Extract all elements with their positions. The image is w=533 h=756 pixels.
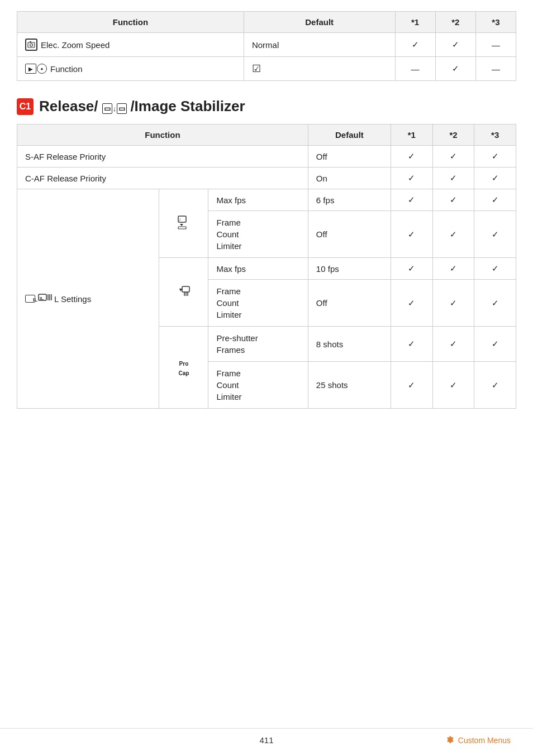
top-header-default: Default [244, 12, 395, 33]
svg-text:/: / [179, 217, 181, 222]
pro-cap-icon: ProCap [178, 361, 189, 376]
s3-fcl2: ✓ [474, 280, 516, 327]
check-s2-row1: ✓ [435, 57, 475, 81]
saf-s1: ✓ [391, 146, 433, 168]
main-header-function: Function [17, 125, 308, 146]
max-fps-6fps: 6 fps [308, 189, 391, 211]
main-header-s2: *2 [432, 125, 474, 146]
check-s3-row1: — [475, 57, 516, 81]
s2-fcl1: ✓ [432, 211, 474, 258]
caf-default: On [308, 168, 391, 189]
default-cell-normal: Normal [244, 33, 395, 57]
svg-rect-2 [30, 41, 31, 42]
s1-fcl2: ✓ [391, 280, 433, 327]
check-s3-row0: — [475, 33, 516, 57]
func-label-function: Function [50, 64, 83, 74]
s2-10fps: ✓ [432, 258, 474, 280]
burst-v-icon-cell: ▼ [159, 258, 208, 327]
check-s2-row0: ✓ [435, 33, 475, 57]
s2-6fps: ✓ [432, 189, 474, 211]
check-s1-row0: ✓ [395, 33, 435, 57]
s3-fcl1: ✓ [474, 211, 516, 258]
top-header-s1: *1 [395, 12, 435, 33]
camera-icon [25, 39, 37, 51]
pro-cap-icon-cell: ProCap [159, 327, 208, 409]
svg-text:IL: IL [40, 296, 44, 301]
burst-continuous-icon: / [178, 216, 190, 230]
frame-count-limiter-label-3: FrameCountLimiter [208, 362, 308, 409]
caf-s1: ✓ [391, 168, 433, 189]
pre-shutter-8shots: 8 shots [308, 327, 391, 362]
s3-10fps: ✓ [474, 258, 516, 280]
max-fps-label-1: Max fps [208, 189, 308, 211]
saf-release-priority: S-AF Release Priority [17, 146, 308, 168]
section-heading: C1 Release/ ▭ ↓ ▭ /Image Stabilizer [17, 98, 516, 115]
max-fps-10fps: 10 fps [308, 258, 391, 280]
heading-text: Release/ ▭ ↓ ▭ /Image Stabilizer [39, 98, 245, 115]
table-row: Elec. Zoom Speed Normal ✓ ✓ — [17, 33, 516, 57]
frame-count-limiter-label-2: FrameCountLimiter [208, 280, 308, 327]
saf-s3: ✓ [474, 146, 516, 168]
top-table: Function Default *1 *2 *3 Elec [17, 11, 516, 81]
table-row: C-AF Release Priority On ✓ ✓ ✓ [17, 168, 516, 189]
custom-menus-link[interactable]: Custom Menus [446, 736, 511, 745]
main-header-s3: *3 [474, 125, 516, 146]
func-cell-function: ▶ ● Function [17, 57, 244, 81]
s3-25shots: ✓ [474, 362, 516, 409]
caf-s3: ✓ [474, 168, 516, 189]
gear-icon [446, 736, 455, 745]
top-header-s2: *2 [435, 12, 475, 33]
s1-25shots: ✓ [391, 362, 433, 409]
s1-6fps: ✓ [391, 189, 433, 211]
main-table: Function Default *1 *2 *3 S-AF Release P… [17, 124, 516, 409]
s2-fcl2: ✓ [432, 280, 474, 327]
func-cell: Elec. Zoom Speed [17, 33, 244, 57]
il-settings-icon: IL IL L Settings [25, 293, 91, 305]
check-s1-row1: — [395, 57, 435, 81]
table-row: ▶ ● Function ☑ — ✓ — [17, 57, 516, 81]
default-cell-checkbox: ☑ [244, 57, 395, 81]
max-fps-label-2: Max fps [208, 258, 308, 280]
frame-count-off-2: Off [308, 280, 391, 327]
s3-6fps: ✓ [474, 189, 516, 211]
table-row: S-AF Release Priority Off ✓ ✓ ✓ [17, 146, 516, 168]
svg-rect-11 [178, 227, 186, 229]
top-header-function: Function [17, 12, 244, 33]
burst-v-icon: ▼ [178, 289, 190, 299]
page-footer: 411 Custom Menus [0, 728, 533, 745]
s1-10fps: ✓ [391, 258, 433, 280]
main-header-default: Default [308, 125, 391, 146]
func-label-elec-zoom: Elec. Zoom Speed [41, 40, 110, 50]
page-number: 411 [185, 735, 348, 745]
table-row: IL IL L Settings [17, 189, 516, 211]
frame-count-off-1: Off [308, 211, 391, 258]
pre-shutter-frames-label: Pre-shutterFrames [208, 327, 308, 362]
il-settings-label: IL IL L Settings [17, 189, 159, 409]
caf-release-priority: C-AF Release Priority [17, 168, 308, 189]
custom-menus-label: Custom Menus [458, 736, 511, 745]
burst-continuous-icon-cell: / [159, 189, 208, 258]
caf-s2: ✓ [432, 168, 474, 189]
s2-25shots: ✓ [432, 362, 474, 409]
frame-count-25shots: 25 shots [308, 362, 391, 409]
burst-icon-heading: ▭ ↓ ▭ [102, 100, 131, 114]
saf-s2: ✓ [432, 146, 474, 168]
s1-fcl1: ✓ [391, 211, 433, 258]
play-dot-icon: ▶ ● [25, 64, 47, 74]
main-header-s1: *1 [391, 125, 433, 146]
c1-icon: C1 [17, 98, 34, 115]
frame-count-limiter-label-1: FrameCountLimiter [208, 211, 308, 258]
s1-8shots: ✓ [391, 327, 433, 362]
svg-rect-0 [28, 42, 35, 47]
top-header-s3: *3 [475, 12, 516, 33]
svg-point-1 [30, 44, 33, 46]
svg-rect-13 [182, 286, 189, 292]
s3-8shots: ✓ [474, 327, 516, 362]
saf-default: Off [308, 146, 391, 168]
svg-marker-10 [180, 224, 183, 226]
s2-8shots: ✓ [432, 327, 474, 362]
